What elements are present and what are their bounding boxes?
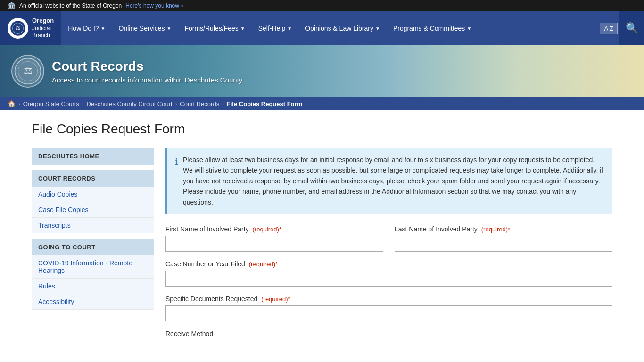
- sidebar-link-rules[interactable]: Rules: [32, 279, 154, 294]
- nav-right: A Z 🔍: [600, 11, 644, 45]
- sidebar-link-accessibility[interactable]: Accessibility: [32, 294, 154, 310]
- last-name-input[interactable]: [395, 236, 612, 252]
- logo-area[interactable]: ⚖ Oregon Judicial Branch: [0, 11, 61, 45]
- chevron-icon: ▼: [375, 26, 380, 31]
- first-name-input[interactable]: [165, 236, 383, 252]
- top-bar-link[interactable]: Here's how you know »: [125, 2, 184, 9]
- hero-subtitle: Access to court records information with…: [52, 76, 242, 84]
- case-number-label: Case Number or Year Filed (required)*: [165, 260, 612, 268]
- sidebar-link-case-file-copies[interactable]: Case File Copies: [32, 202, 154, 218]
- chevron-icon: ▼: [287, 26, 292, 31]
- nav-items: How Do I? ▼ Online Services ▼ Forms/Rule…: [61, 11, 600, 45]
- breadcrumb-sep: ›: [222, 101, 224, 107]
- main-nav: ⚖ Oregon Judicial Branch How Do I? ▼ Onl…: [0, 11, 644, 45]
- nav-how-do-i[interactable]: How Do I? ▼: [61, 11, 112, 45]
- chevron-icon: ▼: [467, 26, 471, 31]
- sidebar-divider: [32, 165, 154, 170]
- sidebar-heading-going-to-court: GOING TO COURT: [32, 239, 154, 255]
- hero-banner: ⚖ Court Records Access to court records …: [0, 45, 644, 97]
- case-number-row: Case Number or Year Filed (required)*: [165, 260, 612, 287]
- nav-self-help[interactable]: Self-Help ▼: [252, 11, 299, 45]
- breadcrumb-sep: ›: [175, 101, 177, 107]
- sidebar-link-audio-copies[interactable]: Audio Copies: [32, 187, 154, 202]
- first-name-label: First Name of Involved Party (required)*: [165, 225, 383, 233]
- nav-programs[interactable]: Programs & Committees ▼: [387, 11, 478, 45]
- top-bar: 🏛️ An official website of the State of O…: [0, 0, 644, 11]
- nav-online-services[interactable]: Online Services ▼: [112, 11, 178, 45]
- receive-method-label: Receive Method: [165, 330, 612, 337]
- name-row: First Name of Involved Party (required)*…: [165, 225, 612, 252]
- breadcrumb: 🏠 › Oregon State Courts › Deschutes Coun…: [0, 97, 644, 110]
- sidebar-section-going-to-court: GOING TO COURT COVID-19 Information - Re…: [32, 239, 154, 310]
- breadcrumb-sep: ›: [82, 101, 84, 107]
- chevron-icon: ▼: [101, 26, 106, 31]
- page-content: File Copies Request Form DESCHUTES HOME …: [20, 110, 624, 357]
- page-title: File Copies Request Form: [32, 122, 612, 137]
- hero-seal: ⚖: [11, 55, 44, 88]
- first-name-group: First Name of Involved Party (required)*: [165, 225, 383, 252]
- info-text: Please allow at least two business days …: [183, 155, 605, 207]
- breadcrumb-deschutes[interactable]: Deschutes County Circuit Court: [87, 100, 173, 107]
- last-name-label: Last Name of Involved Party (required)*: [395, 225, 612, 233]
- sidebar-section-home: DESCHUTES HOME: [32, 148, 154, 165]
- sidebar-section-court-records: COURT RECORDS Audio Copies Case File Cop…: [32, 170, 154, 233]
- form-area: ℹ Please allow at least two business day…: [165, 148, 612, 346]
- sidebar: DESCHUTES HOME COURT RECORDS Audio Copie…: [32, 148, 154, 346]
- breadcrumb-oregon[interactable]: Oregon State Courts: [23, 100, 79, 107]
- case-number-group: Case Number or Year Filed (required)*: [165, 260, 612, 287]
- sidebar-link-transcripts[interactable]: Transcripts: [32, 218, 154, 233]
- logo-text: Oregon Judicial Branch: [32, 17, 54, 40]
- sidebar-heading-court-records: COURT RECORDS: [32, 170, 154, 187]
- info-icon: ℹ: [175, 155, 178, 207]
- specific-docs-group: Specific Documents Requested (required)*: [165, 295, 612, 321]
- home-icon[interactable]: 🏠: [8, 100, 16, 107]
- breadcrumb-court-records[interactable]: Court Records: [180, 100, 219, 107]
- oregon-flag-icon: 🏛️: [8, 2, 16, 9]
- nav-forms[interactable]: Forms/Rules/Fees ▼: [178, 11, 251, 45]
- info-box: ℹ Please allow at least two business day…: [165, 148, 612, 214]
- two-col-layout: DESCHUTES HOME COURT RECORDS Audio Copie…: [32, 148, 612, 346]
- top-bar-text: An official website of the State of Oreg…: [19, 2, 122, 9]
- hero-title: Court Records: [52, 59, 242, 74]
- specific-docs-label: Specific Documents Requested (required)*: [165, 295, 612, 303]
- breadcrumb-current: File Copies Request Form: [227, 100, 302, 107]
- first-name-required: (required)*: [253, 226, 281, 233]
- breadcrumb-sep: ›: [18, 101, 20, 107]
- sidebar-divider: [32, 233, 154, 239]
- sidebar-link-covid[interactable]: COVID-19 Information - Remote Hearings: [32, 255, 154, 279]
- chevron-icon: ▼: [167, 26, 172, 31]
- svg-text:⚖: ⚖: [24, 65, 33, 76]
- search-button[interactable]: 🔍: [619, 11, 644, 45]
- last-name-required: (required)*: [481, 226, 510, 233]
- sidebar-heading-home[interactable]: DESCHUTES HOME: [32, 148, 154, 165]
- nav-opinions[interactable]: Opinions & Law Library ▼: [298, 11, 387, 45]
- specific-docs-required: (required)*: [261, 296, 290, 303]
- search-icon: 🔍: [626, 22, 638, 34]
- specific-docs-input[interactable]: [165, 305, 612, 321]
- logo-seal: ⚖: [8, 18, 28, 39]
- receive-method-row: Receive Method: [165, 330, 612, 337]
- case-number-input[interactable]: [165, 271, 612, 287]
- language-button[interactable]: A Z: [600, 23, 618, 34]
- svg-text:⚖: ⚖: [16, 25, 20, 31]
- receive-method-group: Receive Method: [165, 330, 612, 337]
- specific-docs-row: Specific Documents Requested (required)*: [165, 295, 612, 321]
- case-number-required: (required)*: [249, 261, 278, 268]
- hero-text: Court Records Access to court records in…: [52, 59, 242, 84]
- last-name-group: Last Name of Involved Party (required)*: [395, 225, 612, 252]
- chevron-icon: ▼: [240, 26, 245, 31]
